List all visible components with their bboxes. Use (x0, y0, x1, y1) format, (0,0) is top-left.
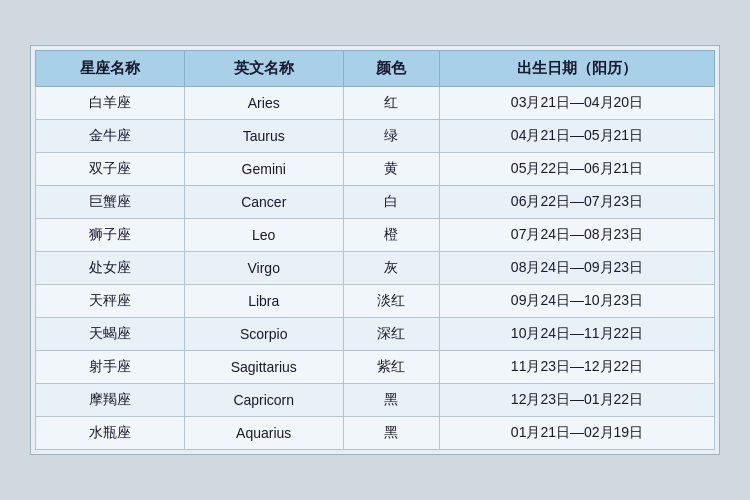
cell-dates: 08月24日—09月23日 (440, 252, 715, 285)
cell-chinese-name: 天秤座 (36, 285, 185, 318)
cell-english-name: Gemini (184, 153, 343, 186)
table-row: 双子座Gemini黄05月22日—06月21日 (36, 153, 715, 186)
cell-color: 白 (343, 186, 439, 219)
cell-english-name: Aries (184, 87, 343, 120)
header-dates: 出生日期（阳历） (440, 51, 715, 87)
cell-english-name: Scorpio (184, 318, 343, 351)
cell-color: 灰 (343, 252, 439, 285)
table-row: 处女座Virgo灰08月24日—09月23日 (36, 252, 715, 285)
cell-chinese-name: 狮子座 (36, 219, 185, 252)
cell-dates: 06月22日—07月23日 (440, 186, 715, 219)
header-color: 颜色 (343, 51, 439, 87)
cell-english-name: Aquarius (184, 417, 343, 450)
table-row: 狮子座Leo橙07月24日—08月23日 (36, 219, 715, 252)
cell-chinese-name: 白羊座 (36, 87, 185, 120)
table-row: 摩羯座Capricorn黑12月23日—01月22日 (36, 384, 715, 417)
cell-dates: 05月22日—06月21日 (440, 153, 715, 186)
cell-dates: 03月21日—04月20日 (440, 87, 715, 120)
cell-color: 橙 (343, 219, 439, 252)
cell-dates: 12月23日—01月22日 (440, 384, 715, 417)
cell-english-name: Libra (184, 285, 343, 318)
table-row: 巨蟹座Cancer白06月22日—07月23日 (36, 186, 715, 219)
cell-color: 绿 (343, 120, 439, 153)
table-header-row: 星座名称 英文名称 颜色 出生日期（阳历） (36, 51, 715, 87)
cell-color: 淡红 (343, 285, 439, 318)
cell-english-name: Taurus (184, 120, 343, 153)
cell-color: 黑 (343, 417, 439, 450)
table-row: 天秤座Libra淡红09月24日—10月23日 (36, 285, 715, 318)
table-row: 射手座Sagittarius紫红11月23日—12月22日 (36, 351, 715, 384)
cell-color: 黑 (343, 384, 439, 417)
table-row: 水瓶座Aquarius黑01月21日—02月19日 (36, 417, 715, 450)
cell-chinese-name: 巨蟹座 (36, 186, 185, 219)
header-chinese-name: 星座名称 (36, 51, 185, 87)
cell-dates: 09月24日—10月23日 (440, 285, 715, 318)
table-row: 金牛座Taurus绿04月21日—05月21日 (36, 120, 715, 153)
zodiac-table-container: 星座名称 英文名称 颜色 出生日期（阳历） 白羊座Aries红03月21日—04… (30, 45, 720, 455)
cell-color: 红 (343, 87, 439, 120)
cell-dates: 01月21日—02月19日 (440, 417, 715, 450)
table-body: 白羊座Aries红03月21日—04月20日金牛座Taurus绿04月21日—0… (36, 87, 715, 450)
cell-chinese-name: 摩羯座 (36, 384, 185, 417)
cell-chinese-name: 金牛座 (36, 120, 185, 153)
table-row: 白羊座Aries红03月21日—04月20日 (36, 87, 715, 120)
cell-chinese-name: 射手座 (36, 351, 185, 384)
cell-english-name: Capricorn (184, 384, 343, 417)
cell-chinese-name: 处女座 (36, 252, 185, 285)
cell-color: 黄 (343, 153, 439, 186)
cell-dates: 10月24日—11月22日 (440, 318, 715, 351)
cell-english-name: Virgo (184, 252, 343, 285)
cell-dates: 04月21日—05月21日 (440, 120, 715, 153)
cell-chinese-name: 双子座 (36, 153, 185, 186)
cell-english-name: Sagittarius (184, 351, 343, 384)
cell-dates: 07月24日—08月23日 (440, 219, 715, 252)
zodiac-table: 星座名称 英文名称 颜色 出生日期（阳历） 白羊座Aries红03月21日—04… (35, 50, 715, 450)
header-english-name: 英文名称 (184, 51, 343, 87)
cell-color: 紫红 (343, 351, 439, 384)
table-row: 天蝎座Scorpio深红10月24日—11月22日 (36, 318, 715, 351)
cell-dates: 11月23日—12月22日 (440, 351, 715, 384)
cell-color: 深红 (343, 318, 439, 351)
cell-english-name: Leo (184, 219, 343, 252)
cell-english-name: Cancer (184, 186, 343, 219)
cell-chinese-name: 天蝎座 (36, 318, 185, 351)
cell-chinese-name: 水瓶座 (36, 417, 185, 450)
